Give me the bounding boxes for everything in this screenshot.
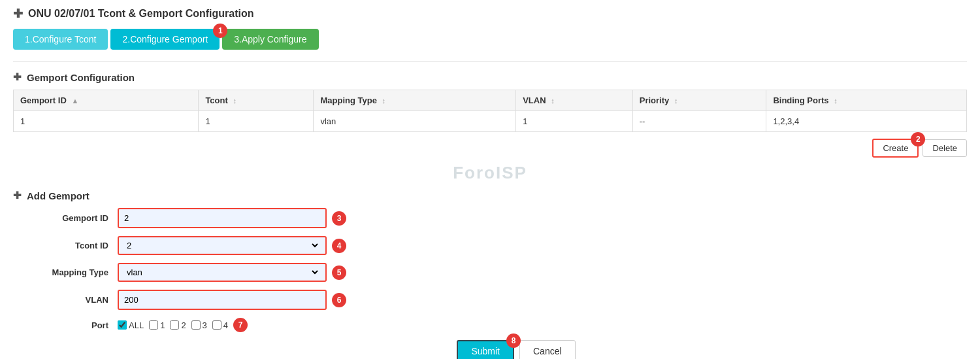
mapping-type-row: Mapping Type vlan priority all 5: [13, 263, 967, 282]
port-2-label: 2: [181, 320, 186, 330]
sort-tcont-icon[interactable]: ↕: [233, 97, 237, 105]
gemport-id-badge: 3: [332, 211, 346, 226]
vlan-badge: 6: [332, 293, 346, 307]
watermark: ForoISP: [13, 163, 967, 183]
tcont-id-label: Tcont ID: [13, 241, 118, 250]
port-label: Port: [13, 320, 118, 330]
port-checkboxes: ALL 1 2 3 4: [118, 320, 228, 330]
step-apply-configure[interactable]: 3.Apply Configure: [222, 29, 318, 50]
gemport-id-label: Gemport ID: [13, 213, 118, 223]
sort-mapping-icon[interactable]: ↕: [382, 97, 386, 105]
cell-vlan: 1: [516, 111, 633, 132]
tcont-id-select-wrap[interactable]: 2 1 3: [118, 236, 327, 255]
tcont-id-select[interactable]: 2 1 3: [124, 240, 320, 251]
add-gemport-icon: ✚: [13, 190, 22, 201]
col-binding-ports: Binding Ports ↕: [766, 90, 967, 111]
step-configure-tcont[interactable]: 1.Configure Tcont: [13, 29, 108, 50]
mapping-type-select-wrap[interactable]: vlan priority all: [118, 263, 327, 282]
port-all-label: ALL: [129, 320, 144, 330]
col-priority: Priority ↕: [632, 90, 766, 111]
col-vlan: VLAN ↕: [516, 90, 633, 111]
cell-gemport-id: 1: [14, 111, 199, 132]
page-header: ✚ ONU 02/07/01 Tcont & Gemport Configura…: [13, 7, 967, 21]
col-mapping-type: Mapping Type ↕: [314, 90, 516, 111]
port-1-label: 1: [160, 320, 165, 330]
gemport-id-row: Gemport ID 3: [13, 208, 967, 228]
port-4-checkbox[interactable]: [212, 320, 221, 330]
mapping-type-badge: 5: [332, 265, 346, 280]
submit-badge: 8: [506, 333, 521, 348]
port-3-check[interactable]: 3: [191, 320, 207, 330]
vlan-row: VLAN 6: [13, 290, 967, 310]
port-all-check[interactable]: ALL: [118, 320, 144, 330]
vlan-label: VLAN: [13, 295, 118, 305]
cell-priority: --: [632, 111, 766, 132]
port-2-check[interactable]: 2: [170, 320, 186, 330]
port-row: Port ALL 1 2 3: [13, 318, 967, 332]
tcont-id-badge: 4: [332, 239, 346, 253]
sort-gemport-id-icon[interactable]: ▲: [71, 97, 78, 105]
port-all-checkbox[interactable]: [118, 320, 127, 330]
gemport-table: Gemport ID ▲ Tcont ↕ Mapping Type ↕ VLAN…: [13, 90, 967, 132]
port-1-check[interactable]: 1: [149, 320, 165, 330]
gemport-id-input[interactable]: [118, 208, 327, 228]
sort-vlan-icon[interactable]: ↕: [551, 97, 555, 105]
mapping-type-label: Mapping Type: [13, 267, 118, 277]
gemport-config-title: Gemport Configuration: [27, 72, 135, 83]
sort-priority-icon[interactable]: ↕: [674, 97, 678, 105]
port-badge: 7: [233, 318, 248, 332]
form-actions: Submit 8 Cancel: [65, 340, 967, 359]
step-configure-gemport[interactable]: 2.Configure Gemport: [110, 29, 220, 50]
sort-binding-icon[interactable]: ↕: [834, 97, 838, 105]
add-gemport-section-header: ✚ Add Gemport: [13, 190, 967, 201]
cell-mapping-type: vlan: [314, 111, 516, 132]
page-title: ONU 02/07/01 Tcont & Gemport Configurati…: [28, 8, 254, 20]
table-actions: Create 2 Delete: [13, 139, 967, 158]
add-gemport-title: Add Gemport: [27, 190, 90, 201]
port-4-label: 4: [223, 320, 228, 330]
table-row: 1 1 vlan 1 -- 1,2,3,4: [14, 111, 967, 132]
port-3-label: 3: [203, 320, 207, 330]
wizard-steps: 1.Configure Tcont 2.Configure Gemport 1 …: [13, 29, 967, 50]
add-gemport-form: Gemport ID 3 Tcont ID 2 1 3 4 Mapping Ty…: [13, 208, 967, 359]
gemport-config-section-header: ✚ Gemport Configuration: [13, 71, 967, 83]
col-tcont: Tcont ↕: [199, 90, 314, 111]
port-3-checkbox[interactable]: [191, 320, 201, 330]
delete-button[interactable]: Delete: [923, 139, 967, 157]
gemport-config-icon: ✚: [13, 71, 22, 83]
mapping-type-select[interactable]: vlan priority all: [124, 267, 320, 278]
cancel-button[interactable]: Cancel: [519, 340, 576, 359]
tcont-id-row: Tcont ID 2 1 3 4: [13, 236, 967, 255]
divider-1: [13, 61, 967, 62]
header-icon: ✚: [13, 7, 23, 21]
submit-button[interactable]: Submit: [457, 340, 514, 359]
port-2-checkbox[interactable]: [170, 320, 179, 330]
col-gemport-id: Gemport ID ▲: [14, 90, 199, 111]
cell-tcont: 1: [199, 111, 314, 132]
cell-binding-ports: 1,2,3,4: [766, 111, 967, 132]
vlan-input[interactable]: [118, 290, 327, 310]
port-4-check[interactable]: 4: [212, 320, 228, 330]
port-1-checkbox[interactable]: [149, 320, 158, 330]
